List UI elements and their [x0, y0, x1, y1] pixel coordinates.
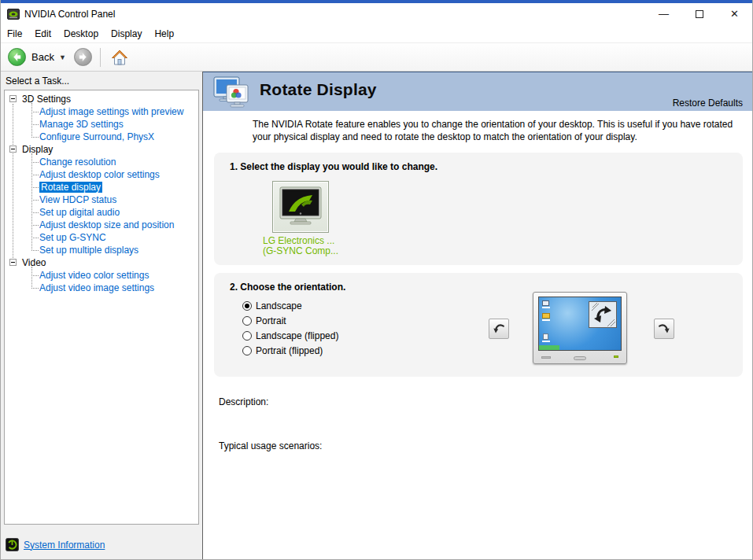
tree-item-3d-settings[interactable]: 3D Settings	[5, 93, 198, 105]
back-arrow-icon	[12, 52, 22, 62]
menubar: File Edit Desktop Display Help	[1, 24, 752, 42]
preview-bezel-button	[574, 356, 586, 360]
orientation-radio-group: Landscape Portrait Landscape (flipped) P…	[242, 298, 338, 358]
choose-orientation-section: 2. Choose the orientation. Landscape Por…	[214, 273, 743, 377]
back-button[interactable]	[8, 48, 26, 66]
rotate-display-icon	[212, 76, 253, 110]
radio-label: Portrait	[256, 315, 286, 326]
desktop-computer-icon	[542, 300, 550, 308]
display-tile-lg-electronics[interactable]	[272, 181, 329, 233]
tree-item-configure-surround-physx[interactable]: Configure Surround, PhysX	[5, 131, 198, 143]
tree-item-adjust-desktop-size[interactable]: Adjust desktop size and position	[5, 219, 198, 231]
desktop-recycle-bin-icon	[542, 333, 550, 342]
forward-arrow-icon	[78, 52, 88, 62]
forward-button[interactable]	[74, 48, 92, 66]
menu-help[interactable]: Help	[154, 26, 180, 42]
toolbar-separator	[100, 48, 101, 67]
back-dropdown-caret-icon[interactable]: ▼	[59, 53, 66, 61]
tree-item-change-resolution[interactable]: Change resolution	[5, 156, 198, 168]
radio-landscape[interactable]: Landscape	[242, 298, 338, 313]
tree-item-video[interactable]: Video	[5, 256, 198, 269]
preview-power-led	[614, 356, 618, 358]
rotate-clockwise-button[interactable]	[654, 319, 674, 339]
minimize-button[interactable]: —	[646, 3, 681, 24]
menu-display[interactable]: Display	[111, 26, 148, 42]
tree-item-set-up-gsync[interactable]: Set up G-SYNC	[5, 231, 198, 244]
description-label: Description:	[219, 396, 268, 407]
nvidia-app-icon	[7, 8, 20, 20]
rotate-ccw-arrow-icon	[491, 321, 507, 337]
preview-taskbar-strip	[539, 345, 559, 350]
radio-label: Portrait (flipped)	[256, 345, 323, 356]
sidebar: Select a Task... 3D Settings Adjust imag…	[1, 72, 202, 559]
tree-item-adjust-video-image[interactable]: Adjust video image settings	[5, 282, 198, 294]
radio-landscape-flipped[interactable]: Landscape (flipped)	[242, 328, 338, 343]
radio-label: Landscape (flipped)	[256, 330, 338, 341]
nvidia-control-panel-window: NVIDIA Control Panel — ✕ File Edit Deskt…	[0, 0, 753, 560]
rotation-overlay-icon	[589, 301, 617, 328]
rotate-counterclockwise-button[interactable]	[489, 319, 509, 339]
radio-circle[interactable]	[242, 331, 252, 341]
content-panel: Rotate Display Restore Defaults The NVID…	[202, 72, 752, 559]
collapse-expander-icon[interactable]	[9, 259, 17, 266]
collapse-expander-icon[interactable]	[9, 146, 17, 153]
collapse-expander-icon[interactable]	[9, 95, 17, 102]
radio-circle[interactable]	[242, 316, 252, 326]
system-information-link[interactable]: System Information	[24, 540, 105, 551]
choose-orientation-heading: 2. Choose the orientation.	[230, 282, 345, 293]
menu-desktop[interactable]: Desktop	[64, 26, 105, 42]
toolbar: Back ▼	[1, 42, 752, 72]
orientation-preview-monitor	[533, 292, 627, 364]
tree-item-adjust-video-color[interactable]: Adjust video color settings	[5, 269, 198, 282]
back-label[interactable]: Back	[31, 51, 54, 63]
system-information: System Information	[6, 538, 105, 551]
radio-circle[interactable]	[242, 301, 252, 311]
select-a-task-heading: Select a Task...	[6, 76, 69, 87]
tree-item-set-up-digital-audio[interactable]: Set up digital audio	[5, 206, 198, 219]
home-button[interactable]	[110, 48, 129, 67]
select-display-section: 1. Select the display you would like to …	[214, 153, 743, 265]
restore-defaults-link[interactable]: Restore Defaults	[673, 98, 743, 109]
radio-circle[interactable]	[242, 346, 252, 356]
maximize-icon	[696, 10, 703, 18]
feature-description-text: The NVIDIA Rotate feature enables you to…	[253, 118, 739, 143]
page-title: Rotate Display	[260, 80, 377, 99]
menu-edit[interactable]: Edit	[35, 26, 57, 42]
display-label-line2: (G-SYNC Comp...	[263, 246, 389, 256]
menu-file[interactable]: File	[7, 26, 28, 42]
select-display-heading: 1. Select the display you would like to …	[230, 161, 437, 172]
body: Select a Task... 3D Settings Adjust imag…	[1, 72, 752, 559]
tree-item-display[interactable]: Display	[5, 143, 198, 156]
close-button[interactable]: ✕	[717, 3, 752, 24]
preview-screen	[538, 297, 622, 351]
window-border-left	[0, 0, 1, 560]
page-header-band: Rotate Display Restore Defaults	[203, 72, 752, 111]
desktop-folder-icon	[542, 313, 550, 321]
tree-item-adjust-desktop-color[interactable]: Adjust desktop color settings	[5, 168, 198, 181]
tree-item-manage-3d-settings[interactable]: Manage 3D settings	[5, 118, 198, 131]
task-tree: 3D Settings Adjust image settings with p…	[4, 90, 199, 525]
preview-bezel-vent	[541, 356, 551, 359]
radio-portrait-flipped[interactable]: Portrait (flipped)	[242, 343, 338, 358]
maximize-button[interactable]	[681, 3, 717, 24]
tree-item-rotate-display[interactable]: Rotate display	[5, 181, 198, 193]
window-controls: — ✕	[646, 3, 752, 24]
monitor-nvidia-icon	[278, 186, 323, 228]
tree-item-adjust-image-settings[interactable]: Adjust image settings with preview	[5, 105, 198, 118]
rotate-cw-arrow-icon	[656, 321, 672, 337]
tree-item-view-hdcp-status[interactable]: View HDCP status	[5, 193, 198, 206]
display-tile-label: LG Electronics ... (G-SYNC Comp...	[263, 236, 389, 256]
window-title: NVIDIA Control Panel	[24, 9, 115, 20]
typical-usage-label: Typical usage scenarios:	[219, 440, 322, 451]
tree-item-set-up-multiple-displays[interactable]: Set up multiple displays	[5, 244, 198, 256]
system-information-icon	[6, 538, 19, 551]
radio-portrait[interactable]: Portrait	[242, 313, 338, 328]
titlebar: NVIDIA Control Panel — ✕	[1, 3, 752, 24]
radio-label: Landscape	[256, 300, 302, 311]
